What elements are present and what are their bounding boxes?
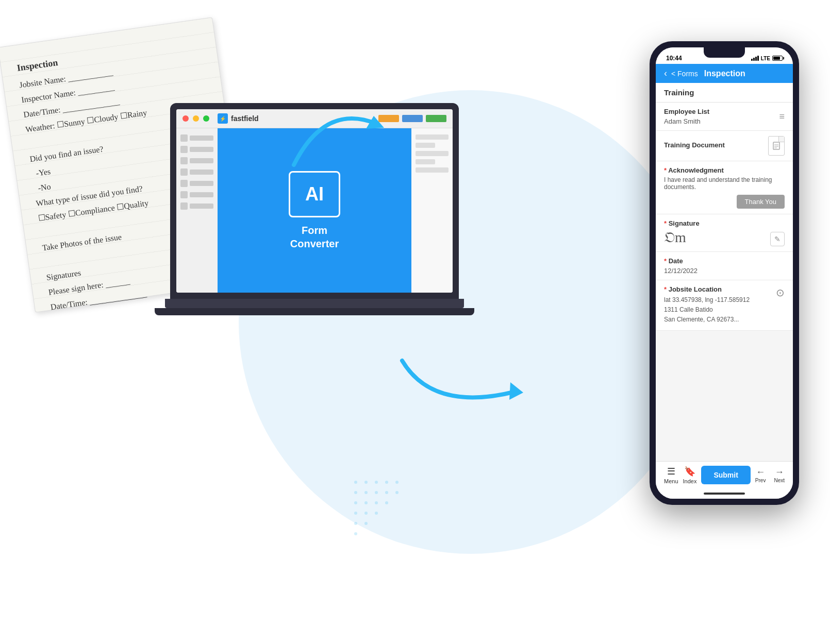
training-doc-label: Training Document: [664, 141, 725, 149]
laptop-bottom: [155, 308, 474, 315]
signature-image: 𝔒m: [664, 229, 686, 246]
rp-line: [416, 143, 435, 148]
svg-point-13: [364, 501, 368, 504]
sidebar-item: [180, 157, 213, 164]
location-pin-icon[interactable]: ⊙: [776, 286, 785, 299]
sidebar-line: [190, 181, 213, 186]
svg-point-16: [354, 512, 357, 515]
svg-point-11: [395, 491, 399, 494]
svg-point-18: [375, 512, 378, 515]
nav-forms-label[interactable]: < Forms: [671, 70, 698, 78]
arrow-top: [284, 93, 397, 175]
index-button[interactable]: 🔖 Index: [683, 466, 697, 484]
sidebar-item: [180, 146, 213, 153]
svg-point-8: [364, 491, 368, 494]
phone-home-indicator: [656, 488, 793, 499]
index-label: Index: [683, 478, 697, 484]
svg-point-19: [354, 522, 357, 525]
dot-yellow: [193, 115, 199, 122]
employee-list-value: Adam Smith: [664, 117, 709, 125]
svg-point-3: [364, 481, 368, 484]
prev-arrow-icon: ←: [756, 467, 765, 478]
thank-you-button[interactable]: Thank You: [737, 195, 785, 209]
phone-screen: 10:44 LTE ‹ < Forms: [656, 47, 793, 499]
sidebar-line: [190, 192, 213, 197]
status-icons: LTE: [751, 56, 783, 61]
sidebar-item: [180, 134, 213, 142]
phone-nav-bar: ‹ < Forms Inspection: [656, 64, 793, 83]
signal-bar-2: [753, 58, 755, 61]
sidebar-square: [180, 157, 188, 164]
training-doc-row: Training Document: [656, 131, 793, 161]
signature-row: Signature 𝔒m ✎: [656, 214, 793, 252]
phone-notch: [704, 47, 745, 58]
ai-box: AI: [289, 171, 340, 217]
sidebar-line: [190, 135, 213, 141]
back-button[interactable]: ‹: [664, 68, 667, 79]
acknowledgment-text: I have read and understand the training …: [664, 176, 785, 191]
laptop-base: [165, 299, 464, 308]
employee-list-content: Employee List Adam Smith ≡: [664, 108, 785, 125]
menu-icon: ☰: [667, 466, 675, 477]
acknowledgment-row: Acknowledgment I have read and understan…: [656, 161, 793, 214]
svg-point-21: [354, 532, 357, 535]
sidebar-square: [180, 168, 188, 176]
submit-button[interactable]: Submit: [701, 466, 750, 484]
sidebar-square: [180, 202, 188, 210]
date-value: 12/12/2022: [664, 267, 785, 275]
employee-list-label: Employee List: [664, 108, 709, 115]
laptop-right-panel: [411, 128, 453, 293]
location-coords: lat 33.457938, lng -117.585912: [664, 295, 750, 305]
menu-button[interactable]: ☰ Menu: [664, 466, 678, 484]
svg-point-12: [354, 501, 357, 504]
prev-label: Prev: [755, 478, 766, 483]
training-section-header: Training: [656, 83, 793, 103]
dots-pattern: [351, 477, 454, 541]
employee-list-left: Employee List Adam Smith: [664, 108, 709, 125]
sidebar-item: [180, 168, 213, 176]
sidebar-square: [180, 134, 188, 142]
svg-point-17: [364, 512, 368, 515]
list-icon[interactable]: ≡: [779, 111, 785, 122]
next-arrow-icon: →: [775, 467, 784, 478]
signal-bars-icon: [751, 56, 759, 61]
training-title: Training: [664, 88, 785, 97]
location-row: Jobsite Location lat 33.457938, lng -117…: [656, 280, 793, 331]
sidebar-square: [180, 180, 188, 187]
sidebar-line: [190, 170, 213, 175]
laptop-sidebar: [176, 128, 218, 293]
training-doc-content: Training Document: [664, 136, 785, 156]
status-time: 10:44: [666, 55, 682, 62]
sidebar-square: [180, 146, 188, 153]
phone-container: 10:44 LTE ‹ < Forms: [650, 41, 799, 505]
phone-outer: 10:44 LTE ‹ < Forms: [650, 41, 799, 505]
menu-label: Menu: [664, 478, 678, 484]
phone-body[interactable]: Training Employee List Adam Smith ≡: [656, 83, 793, 461]
sidebar-line: [190, 204, 213, 209]
signature-content: 𝔒m ✎: [664, 229, 785, 246]
svg-point-5: [385, 481, 388, 484]
prev-button[interactable]: ← Prev: [755, 467, 766, 483]
sidebar-line: [190, 158, 213, 163]
svg-rect-22: [773, 142, 779, 149]
battery-fill: [773, 57, 780, 60]
sidebar-item: [180, 191, 213, 198]
laptop-brand: ⚡ fastfield: [218, 113, 259, 124]
lte-label: LTE: [761, 56, 770, 61]
next-button[interactable]: → Next: [774, 467, 785, 483]
rp-line: [416, 151, 449, 156]
toolbar-btn-blue: [402, 115, 423, 122]
sidebar-item: [180, 180, 213, 187]
svg-marker-1: [509, 382, 523, 400]
signal-bar-4: [757, 56, 759, 61]
date-row: Date 12/12/2022: [656, 252, 793, 280]
nav-inspection-title: Inspection: [704, 69, 745, 78]
location-content: Jobsite Location lat 33.457938, lng -117…: [664, 285, 750, 325]
phone-footer: ☰ Menu 🔖 Index Submit ← Prev → Next: [656, 461, 793, 488]
rp-line: [416, 134, 449, 140]
document-icon[interactable]: [768, 136, 785, 156]
signature-edit-icon[interactable]: ✎: [770, 232, 785, 246]
home-bar: [704, 493, 745, 495]
svg-point-9: [375, 491, 378, 494]
signature-label: Signature: [664, 219, 785, 227]
